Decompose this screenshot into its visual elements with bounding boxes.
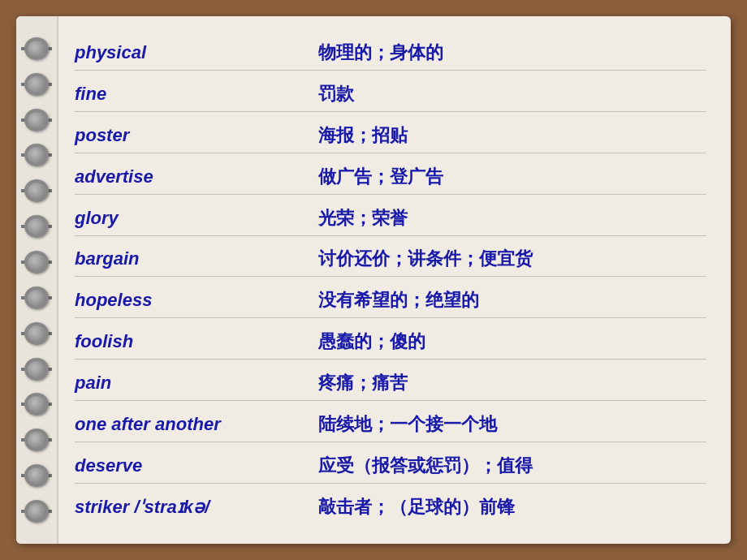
vocab-row: pain疼痛；痛苦 [75, 366, 706, 401]
english-word: advertise [75, 166, 318, 187]
spiral-ring [24, 464, 49, 487]
content-area: physical物理的；身体的fine罚款poster海报；招贴advertis… [58, 16, 731, 544]
chinese-translation: 海报；招贴 [318, 123, 408, 148]
spiral-ring [24, 73, 49, 96]
english-word: deserve [75, 455, 318, 476]
english-word: physical [75, 42, 318, 63]
notebook: physical物理的；身体的fine罚款poster海报；招贴advertis… [16, 16, 731, 544]
vocab-row: hopeless没有希望的；绝望的 [75, 283, 706, 318]
vocab-row: foolish愚蠢的；傻的 [75, 325, 706, 360]
spiral-ring [24, 179, 49, 202]
chinese-translation: 光荣；荣誉 [318, 206, 408, 230]
spiral-ring [24, 215, 49, 238]
english-word: one after another [75, 414, 318, 435]
spiral-ring [24, 358, 49, 381]
spiral-ring [24, 322, 49, 345]
chinese-translation: 讨价还价；讲条件；便宜货 [318, 247, 533, 271]
english-word: poster [75, 125, 318, 146]
spiral-ring [24, 429, 49, 451]
english-word: fine [75, 84, 318, 105]
spiral-ring [24, 109, 49, 131]
chinese-translation: 物理的；身体的 [318, 41, 443, 65]
spiral-ring [24, 251, 49, 274]
english-word: pain [75, 373, 318, 394]
vocab-row: physical物理的；身体的 [75, 36, 706, 71]
chinese-translation: 愚蠢的；傻的 [318, 330, 425, 354]
english-word: striker /ˈstraɪkə/ [75, 497, 318, 518]
chinese-translation: 没有希望的；绝望的 [318, 288, 479, 312]
vocab-row: striker /ˈstraɪkə/敲击者；（足球的）前锋 [75, 490, 706, 524]
spiral-ring [24, 500, 49, 523]
vocab-row: bargain讨价还价；讲条件；便宜货 [75, 242, 706, 277]
vocab-row: fine罚款 [75, 77, 706, 112]
vocab-row: poster海报；招贴 [75, 118, 706, 153]
english-word: glory [75, 208, 318, 229]
vocab-row: glory光荣；荣誉 [75, 201, 706, 236]
spiral-ring [24, 393, 49, 416]
english-word: foolish [75, 331, 318, 352]
chinese-translation: 做广告；登广告 [318, 165, 443, 189]
spiral-ring [24, 37, 49, 60]
chinese-translation: 罚款 [318, 82, 354, 106]
spiral-column [16, 16, 58, 544]
vocab-row: one after another陆续地；一个接一个地 [75, 407, 706, 442]
english-word: bargain [75, 248, 318, 269]
chinese-translation: 应受（报答或惩罚）；值得 [318, 454, 533, 478]
vocab-row: advertise做广告；登广告 [75, 160, 706, 195]
english-word: hopeless [75, 290, 318, 311]
chinese-translation: 敲击者；（足球的）前锋 [318, 495, 515, 519]
chinese-translation: 疼痛；痛苦 [318, 371, 408, 395]
chinese-translation: 陆续地；一个接一个地 [318, 412, 497, 437]
spiral-ring [24, 286, 49, 309]
vocab-row: deserve应受（报答或惩罚）；值得 [75, 449, 706, 484]
spiral-ring [24, 144, 49, 166]
